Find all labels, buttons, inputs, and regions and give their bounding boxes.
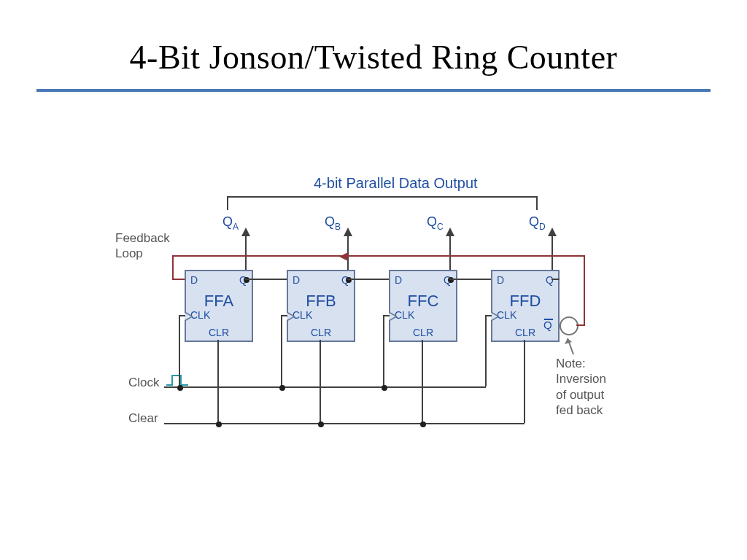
ffb-name: FFB bbox=[288, 292, 354, 311]
clk-a-node bbox=[177, 385, 183, 391]
clr-c-wire bbox=[422, 340, 423, 423]
q-c-to-d-d-wire bbox=[456, 279, 491, 280]
clr-a-node bbox=[216, 421, 222, 427]
feedback-wire-top-h bbox=[172, 255, 585, 257]
feedback-wire-into-d bbox=[172, 279, 185, 280]
ffc-d-pin: D bbox=[395, 274, 402, 286]
qa-label: QA bbox=[222, 214, 239, 232]
ffc-clk-pin: CLK bbox=[395, 309, 414, 321]
ffd-qbar-overline-icon bbox=[544, 319, 553, 320]
title-rule bbox=[36, 89, 711, 92]
ffa-clk-pin: CLK bbox=[190, 309, 210, 321]
q-b-to-d-c-wire bbox=[354, 279, 389, 280]
qc-label: QC bbox=[427, 214, 444, 232]
ffa-d-pin: D bbox=[190, 274, 198, 286]
qa-arrow-icon bbox=[241, 228, 250, 236]
slide: 4-Bit Jonson/Twisted Ring Counter 4-bit … bbox=[0, 0, 747, 560]
q-a-to-d-b-wire bbox=[252, 279, 287, 280]
ffc-block: D Q FFC CLK CLR bbox=[389, 270, 457, 342]
clk-b-wire bbox=[281, 315, 282, 386]
clear-label: Clear bbox=[128, 411, 158, 426]
clk-d-wire bbox=[485, 315, 487, 386]
note-pointer-icon bbox=[563, 335, 578, 357]
ffd-d-pin: D bbox=[497, 274, 504, 286]
feedback-label: Feedback Loop bbox=[115, 230, 170, 262]
clr-a-wire bbox=[217, 340, 219, 423]
clk-c-node bbox=[382, 385, 387, 391]
clk-b-node bbox=[279, 385, 285, 391]
ffb-clr-pin: CLR bbox=[288, 327, 354, 338]
ffc-clr-pin: CLR bbox=[390, 327, 456, 338]
clr-b-wire bbox=[320, 340, 321, 423]
ffb-block: D Q FFB CLK CLR bbox=[287, 270, 355, 342]
ffd-qbar-label: Q bbox=[543, 319, 552, 331]
clr-b-node bbox=[318, 421, 324, 427]
feedback-wire-right-v bbox=[584, 255, 585, 326]
feedback-stub-from-qbar bbox=[576, 324, 585, 326]
ffb-d-pin: D bbox=[293, 274, 300, 286]
output-bracket bbox=[226, 195, 540, 211]
qc-arrow-icon bbox=[446, 228, 454, 236]
clk-c-wire bbox=[383, 315, 384, 386]
qb-arrow-icon bbox=[344, 228, 352, 236]
clk-a-wire bbox=[179, 315, 180, 386]
svg-marker-1 bbox=[565, 338, 572, 344]
feedback-arrow-icon bbox=[339, 252, 348, 261]
ffa-clr-pin: CLR bbox=[186, 327, 252, 338]
clock-label: Clock bbox=[128, 375, 160, 390]
ffd-name: FFD bbox=[492, 292, 558, 311]
slide-title: 4-Bit Jonson/Twisted Ring Counter bbox=[36, 38, 711, 77]
ffa-name: FFA bbox=[186, 292, 252, 311]
ffd-clk-pin: CLK bbox=[497, 309, 516, 321]
clock-bus bbox=[164, 386, 486, 388]
note-label: Note: Inversion of output fed back bbox=[556, 356, 606, 418]
ffd-q-pin: Q bbox=[546, 274, 554, 286]
ffc-name: FFC bbox=[390, 292, 456, 311]
feedback-wire-left-v bbox=[172, 255, 174, 279]
clr-d-wire bbox=[524, 340, 525, 423]
parallel-output-label: 4-bit Parallel Data Output bbox=[314, 175, 478, 192]
qd-label: QD bbox=[529, 214, 546, 232]
ffd-qbar-bubble-icon bbox=[560, 316, 578, 335]
clr-c-node bbox=[420, 421, 426, 427]
ffb-clk-pin: CLK bbox=[293, 309, 312, 321]
qd-arrow-icon bbox=[548, 228, 557, 236]
qb-label: QB bbox=[325, 214, 341, 232]
ffd-block: D Q FFD CLK CLR bbox=[491, 270, 560, 342]
ffa-block: D Q FFA CLK CLR bbox=[185, 270, 253, 342]
